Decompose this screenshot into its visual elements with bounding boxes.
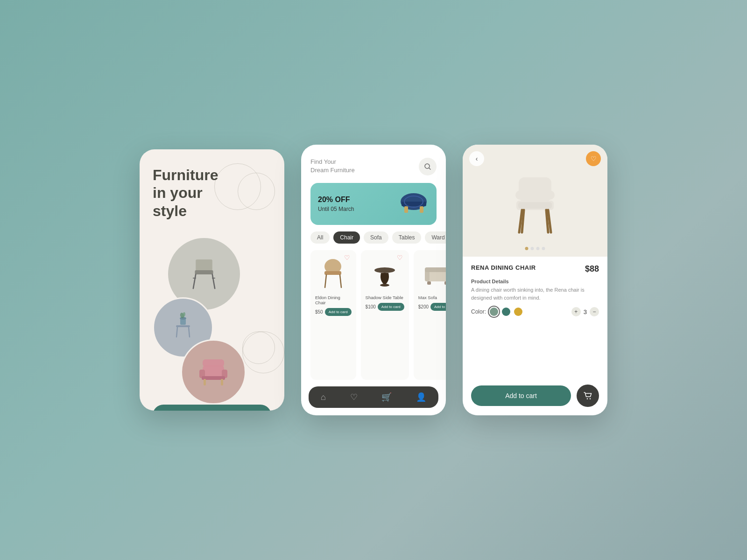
browse-header: Find Your Dream Furniture: [301, 145, 446, 183]
dot-4: [542, 247, 545, 250]
product-footer-1: $50 Add to card: [315, 308, 352, 316]
product-card-3: ♡ Max Sofa $200 Add to card: [414, 250, 446, 380]
search-button[interactable]: [419, 158, 437, 175]
svg-point-48: [587, 398, 588, 399]
tab-tables[interactable]: Tables: [392, 231, 422, 244]
product-details: RENA DINING CHAIR $88 Product Details A …: [463, 257, 607, 385]
armchair-icon: [192, 351, 234, 393]
product-image-area: ‹ ♡: [463, 145, 607, 257]
color-swatch-2[interactable]: [502, 308, 510, 316]
svg-rect-1: [195, 270, 213, 274]
product-price-3: $200: [418, 304, 429, 309]
svg-rect-37: [427, 281, 431, 285]
header-text-block: Find Your Dream Furniture: [310, 158, 355, 175]
wishlist-button[interactable]: ♡: [586, 151, 601, 166]
back-button[interactable]: ‹: [469, 151, 484, 166]
product-price-2: $100: [366, 304, 376, 309]
add-to-cart-1[interactable]: Add to card: [325, 308, 352, 316]
qty-plus-btn[interactable]: +: [571, 307, 581, 316]
search-icon: [424, 163, 431, 170]
screen-product-detail: ‹ ♡: [463, 145, 607, 415]
screen-landing: Furniture in your style: [140, 149, 284, 411]
nav-home-icon[interactable]: ⌂: [321, 392, 326, 402]
fav-icon-1[interactable]: ♡: [344, 254, 352, 262]
banner-discount: 20% OFF: [318, 196, 354, 204]
svg-line-8: [189, 327, 190, 337]
svg-line-29: [325, 275, 326, 287]
product-title-row: RENA DINING CHAIR $88: [471, 264, 599, 274]
svg-rect-6: [176, 325, 190, 327]
get-started-button[interactable]: Get Started ›: [153, 405, 271, 411]
tab-ward[interactable]: Ward: [425, 231, 446, 244]
svg-rect-28: [324, 271, 341, 275]
svg-point-32: [380, 284, 389, 287]
banner-until: Until 05 March: [318, 206, 354, 212]
tab-all[interactable]: All: [310, 231, 330, 244]
svg-rect-17: [204, 379, 206, 385]
color-row: Color: + 3 −: [471, 307, 599, 316]
svg-line-7: [176, 327, 177, 337]
product-name-3: Max Sofa: [418, 295, 446, 300]
svg-rect-18: [221, 379, 223, 385]
side-table-icon: [164, 309, 202, 346]
banner-text: 20% OFF Until 05 March: [318, 196, 354, 212]
add-to-cart-2[interactable]: Add to card: [378, 303, 404, 311]
svg-point-31: [374, 267, 395, 273]
chair-icon-1: [183, 255, 225, 293]
ottoman-icon: [399, 191, 429, 217]
image-dots: [525, 247, 545, 250]
dot-1: [525, 247, 529, 250]
product-card-1: ♡ Eldon Dining Chair $50 Add to card: [310, 250, 356, 380]
cart-icon: [583, 391, 592, 400]
svg-line-30: [340, 275, 341, 287]
svg-line-2: [193, 274, 196, 288]
rena-chair-image: [502, 163, 568, 238]
promo-banner[interactable]: 20% OFF Until 05 March: [310, 183, 437, 225]
product-footer-3: $200 Add to card: [418, 303, 446, 311]
color-swatch-1[interactable]: [490, 308, 498, 316]
product-details-label: Product Details: [471, 279, 599, 284]
product-img-3: [418, 255, 446, 292]
svg-line-3: [212, 274, 215, 288]
nav-cart-icon[interactable]: 🛒: [381, 392, 392, 402]
landing-title: Furniture in your style: [153, 166, 271, 220]
qty-minus-btn[interactable]: −: [590, 307, 599, 316]
product-price-detail: $88: [585, 264, 599, 274]
header-line1: Find Your Dream Furniture: [310, 158, 355, 175]
product-card-2: ♡ Shadow Side Table $100 Add to card: [361, 250, 409, 380]
product-price-1: $50: [315, 309, 323, 315]
svg-rect-24: [404, 206, 408, 213]
max-sofa-icon: [423, 261, 446, 287]
svg-point-41: [515, 190, 525, 200]
fav-icon-2[interactable]: ♡: [397, 254, 405, 262]
svg-rect-47: [518, 202, 552, 209]
dot-3: [536, 247, 540, 250]
color-label: Color:: [471, 308, 486, 315]
screen3-footer: Add to cart: [463, 385, 607, 415]
svg-line-21: [429, 168, 430, 169]
quantity-control: + 3 −: [571, 307, 599, 316]
quantity-value: 3: [584, 308, 587, 315]
svg-rect-0: [196, 259, 212, 271]
shadow-table-icon: [371, 257, 399, 290]
add-to-cart-3[interactable]: Add to card: [430, 303, 446, 311]
nav-heart-icon[interactable]: ♡: [350, 392, 358, 402]
dot-2: [531, 247, 534, 250]
nav-user-icon[interactable]: 👤: [416, 392, 426, 402]
product-title: RENA DINING CHAIR: [471, 264, 536, 271]
product-footer-2: $100 Add to card: [366, 303, 404, 311]
color-swatch-3[interactable]: [514, 308, 522, 316]
screen-browse: Find Your Dream Furniture 20% OFF Until …: [301, 145, 446, 415]
product-name-1: Eldon Dining Chair: [315, 295, 352, 305]
bottom-nav: ⌂ ♡ 🛒 👤: [309, 386, 438, 408]
cart-icon-button[interactable]: [577, 385, 599, 407]
tab-chair[interactable]: Chair: [333, 231, 360, 244]
screens-container: Furniture in your style: [140, 145, 607, 415]
furniture-circles-area: [153, 237, 271, 405]
add-to-cart-button[interactable]: Add to cart: [471, 385, 571, 406]
tab-sofa[interactable]: Sofa: [364, 231, 388, 244]
svg-rect-19: [203, 359, 224, 367]
products-grid: ♡ Eldon Dining Chair $50 Add to card: [301, 250, 446, 380]
svg-point-42: [545, 190, 555, 200]
category-tabs: All Chair Sofa Tables Ward: [301, 231, 446, 250]
